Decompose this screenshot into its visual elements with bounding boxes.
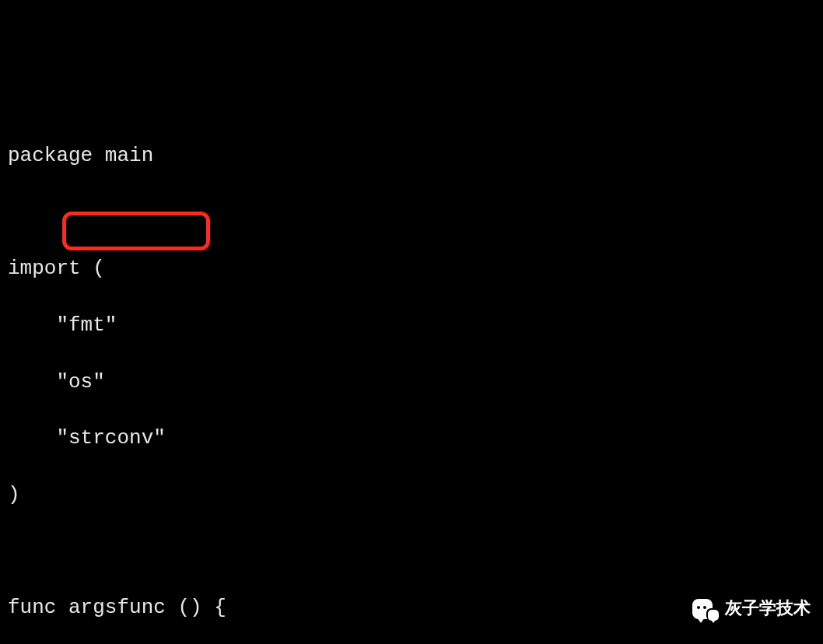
- code-text: package main: [8, 144, 153, 167]
- wechat-icon: [692, 597, 719, 621]
- watermark: 灰子学技术: [692, 597, 811, 621]
- code-line: package main: [8, 142, 815, 170]
- code-line: import (: [8, 254, 815, 282]
- watermark-text: 灰子学技术: [725, 597, 811, 621]
- code-text: func: [8, 596, 68, 619]
- code-text: argsfunc (): [68, 596, 202, 619]
- code-line: [8, 537, 815, 565]
- code-line: "fmt": [8, 311, 815, 339]
- code-text: {: [202, 596, 226, 619]
- code-line: [8, 198, 815, 226]
- code-block: package main import ( "fmt" "os" "strcon…: [0, 114, 823, 644]
- code-line: ): [8, 481, 815, 509]
- code-line: "strconv": [8, 424, 815, 452]
- code-line: "os": [8, 368, 815, 396]
